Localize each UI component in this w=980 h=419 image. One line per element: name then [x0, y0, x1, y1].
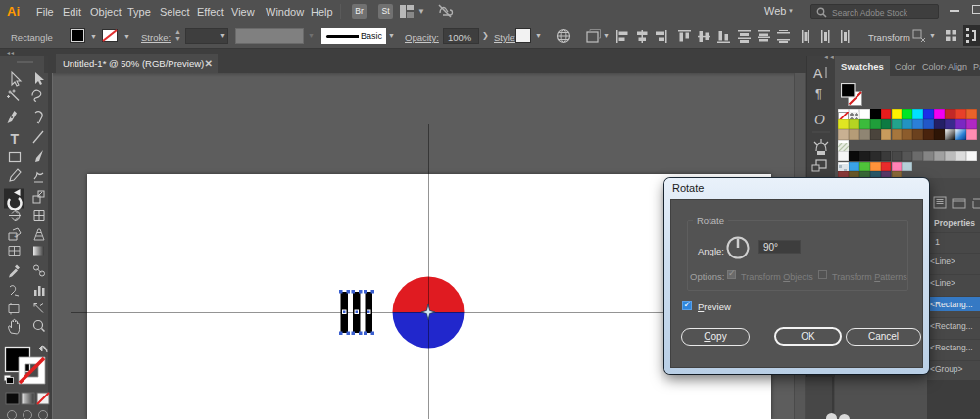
svg-text:T: T — [11, 131, 20, 147]
svg-text:◄◄: ◄◄ — [823, 56, 835, 60]
svg-text:A: A — [813, 66, 823, 81]
svg-text:+: + — [14, 233, 18, 240]
svg-text:O: O — [814, 112, 825, 127]
svg-text:¶: ¶ — [815, 86, 822, 101]
